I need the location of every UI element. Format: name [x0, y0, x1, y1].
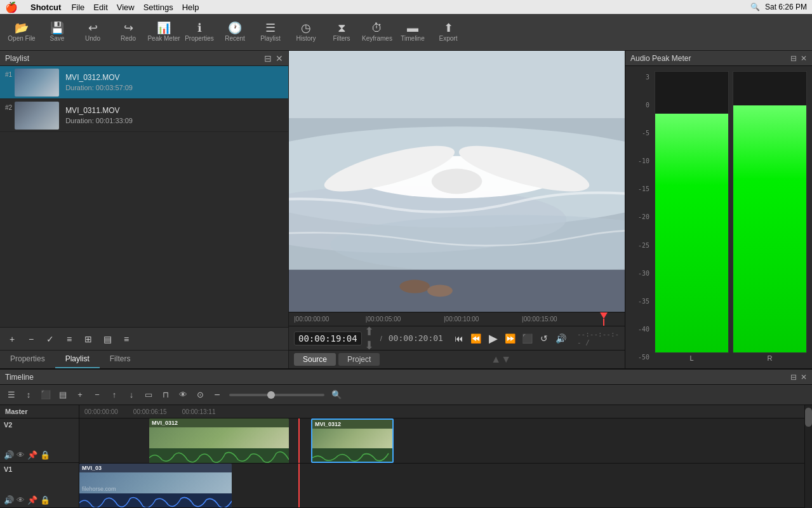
volume-button[interactable]: 🔊 — [555, 331, 567, 346]
timeline-ripple-button[interactable]: ↕ — [21, 387, 36, 403]
playlist-menu-button[interactable]: ≡ — [118, 331, 135, 347]
track-lock-icon[interactable]: 📌 — [27, 450, 37, 460]
goto-end-button[interactable]: ⬛ — [521, 331, 533, 346]
meter-bar-left — [655, 71, 729, 353]
loop-button[interactable]: ↺ — [538, 331, 550, 346]
peak-meter-button[interactable]: 📊 Peak Meter — [147, 17, 180, 48]
step-back-button[interactable]: ⏪ — [470, 331, 483, 346]
playlist-detail-button[interactable]: ▤ — [99, 331, 116, 347]
clip-v1-1[interactable]: MVI_03 filehorse.com — [79, 464, 232, 507]
timeline-ripple-all-button[interactable]: 👁 — [175, 387, 190, 403]
timeline-lift-button[interactable]: ↑ — [107, 387, 122, 403]
track-eye-icon[interactable]: 👁 — [17, 450, 25, 460]
app-name[interactable]: Shotcut — [30, 3, 61, 12]
track-clips-v2: MVI_0312 MVI_0312 — [79, 418, 804, 463]
clip-label-v1-1: MVI_03 — [79, 464, 232, 472]
clip-v2-2[interactable]: MVI_0312 — [311, 418, 394, 462]
vertical-scrollbar[interactable] — [804, 405, 812, 508]
meter-label: 3 — [636, 74, 649, 81]
open-file-icon: 📂 — [15, 22, 29, 34]
timeline-close-button[interactable]: ✕ — [801, 373, 807, 382]
track-lock-icon[interactable]: 📌 — [27, 495, 37, 505]
properties-button[interactable]: ℹ Properties — [183, 17, 216, 48]
timeline-add-button[interactable]: + — [72, 387, 88, 403]
clip-waveform — [312, 448, 392, 462]
track-label-v1: V1 🔊 👁 📌 🔒 — [0, 463, 79, 508]
playlist-button[interactable]: ☰ Playlist — [254, 17, 287, 48]
tab-playlist[interactable]: Playlist — [55, 351, 100, 368]
zoom-in-button[interactable]: 🔍 — [329, 387, 344, 403]
export-button[interactable]: ⬆ Export — [432, 17, 465, 48]
keyframes-button[interactable]: ⏱ Keyframes — [361, 17, 394, 48]
master-row: 00:00:00:00 00:00:06:15 00:00:13:11 — [79, 405, 804, 418]
track-audio-icon[interactable]: 🔊 — [4, 450, 14, 460]
master-time-1: 00:00:06:15 — [133, 408, 167, 415]
filters-button[interactable]: ⧗ Filters — [325, 17, 358, 48]
playlist-item[interactable]: #1 MVI_0312.MOV Duration: 00:03:57:09 — [0, 66, 288, 99]
timeline-overwrite2-button[interactable]: ↓ — [124, 387, 139, 403]
menu-file[interactable]: File — [71, 3, 84, 12]
scrollbar-thumb[interactable] — [805, 408, 812, 427]
playlist-list-button[interactable]: ≡ — [61, 331, 77, 347]
audio-panel-title: Audio Peak Meter — [630, 54, 691, 63]
menu-edit[interactable]: Edit — [93, 3, 107, 12]
timeline-button[interactable]: ▬ Timeline — [396, 17, 429, 48]
svg-point-9 — [432, 169, 483, 194]
zoom-out-button[interactable]: − — [210, 387, 225, 403]
playlist-header: Playlist ⊟ ✕ — [0, 51, 288, 66]
clip-v2-1[interactable]: MVI_0312 — [149, 418, 289, 462]
playback-controls: 00:00:19:04 ⬆⬇ / 00:00:20:01 ⏮ ⏪ ▶ ⏩ ⬛ ↺… — [289, 326, 625, 350]
timeline-settings-button[interactable]: ⊙ — [192, 387, 208, 403]
playlist-check-button[interactable]: ✓ — [42, 331, 58, 347]
play-button[interactable]: ▶ — [487, 331, 499, 346]
timeline-menu-button[interactable]: ☰ — [4, 387, 19, 403]
meter-label: -35 — [636, 298, 649, 305]
timeline-clip-button[interactable]: ▭ — [141, 387, 156, 403]
playlist-add-button[interactable]: + — [4, 331, 20, 347]
menu-help[interactable]: Help — [182, 3, 199, 12]
project-tab[interactable]: Project — [338, 353, 380, 366]
save-button[interactable]: 💾 Save — [41, 17, 74, 48]
track-eye-icon[interactable]: 👁 — [17, 495, 25, 505]
timeline-scrub-button[interactable]: ⬛ — [38, 387, 53, 403]
recent-icon: 🕐 — [228, 22, 242, 34]
timeline-overwrite-button[interactable]: ▤ — [55, 387, 70, 403]
playlist-item[interactable]: #2 MVI_0311.MOV Duration: 00:01:33:09 — [0, 99, 288, 132]
track-audio-icon[interactable]: 🔊 — [4, 495, 14, 505]
playlist-toolbar: + − ✓ ≡ ⊞ ▤ ≡ — [0, 327, 288, 350]
collapse-button[interactable]: ▲▼ — [491, 354, 511, 365]
playlist-close-button[interactable]: ✕ — [276, 53, 283, 64]
menu-view[interactable]: View — [117, 3, 135, 12]
open-file-button[interactable]: 📂 Open File — [5, 17, 38, 48]
timeline-remove-button[interactable]: − — [90, 387, 105, 403]
meter-label: -20 — [636, 213, 649, 220]
source-tab[interactable]: Source — [294, 353, 336, 366]
recent-button[interactable]: 🕐 Recent — [218, 17, 251, 48]
playlist-remove-button[interactable]: − — [23, 331, 39, 347]
undo-button[interactable]: ↩ Undo — [76, 17, 109, 48]
playlist-grid-button[interactable]: ⊞ — [80, 331, 97, 347]
track-pin-icon[interactable]: 🔒 — [40, 450, 50, 460]
fast-forward-button[interactable]: ⏩ — [504, 331, 516, 346]
history-button[interactable]: ◷ History — [290, 17, 323, 48]
timecode-stepper[interactable]: ⬆⬇ — [364, 324, 374, 352]
tab-properties[interactable]: Properties — [0, 351, 55, 368]
zoom-slider[interactable] — [229, 394, 324, 396]
redo-button[interactable]: ↪ Redo — [112, 17, 145, 48]
current-timecode[interactable]: 00:00:19:04 — [294, 331, 362, 345]
ruler-mark-10: |00:00:10:00 — [444, 316, 479, 323]
audio-close-button[interactable]: ✕ — [801, 54, 807, 63]
clip-visual-v2-1 — [149, 427, 289, 462]
track-pin-icon[interactable]: 🔒 — [40, 495, 50, 505]
audio-minimize-button[interactable]: ⊟ — [790, 54, 797, 63]
playlist-minimize-button[interactable]: ⊟ — [264, 53, 272, 64]
timeline-minimize-button[interactable]: ⊟ — [790, 373, 797, 382]
apple-menu[interactable]: 🍎 — [5, 1, 18, 13]
timeline-snap-button[interactable]: ⊓ — [158, 387, 173, 403]
tab-filters[interactable]: Filters — [100, 351, 141, 368]
total-timecode: 00:00:20:01 — [389, 333, 443, 343]
svg-point-11 — [427, 285, 453, 297]
goto-start-button[interactable]: ⏮ — [453, 331, 465, 346]
zoom-thumb[interactable] — [267, 391, 275, 399]
menu-settings[interactable]: Settings — [143, 3, 173, 12]
